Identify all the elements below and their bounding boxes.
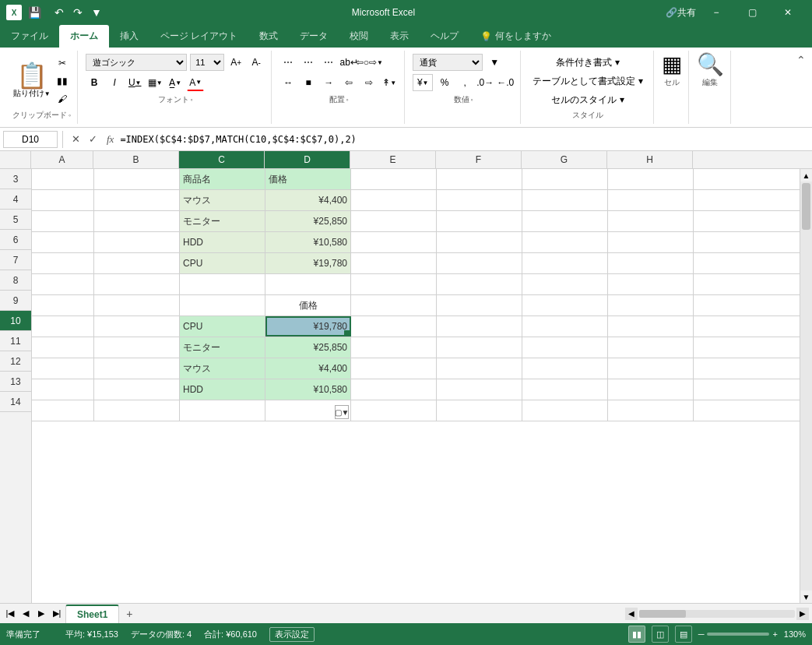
scroll-down-button[interactable]: ▼	[800, 590, 812, 603]
col-header-b[interactable]: B	[93, 151, 179, 168]
cell-d4[interactable]: ¥4,400	[265, 190, 351, 210]
cell-f13[interactable]	[437, 379, 522, 400]
cell-c14[interactable]	[180, 400, 265, 421]
paste-button[interactable]: 📋 貼り付け ▼	[13, 63, 51, 99]
row-header-5[interactable]: 5	[0, 210, 31, 230]
col-header-e[interactable]: E	[350, 151, 436, 168]
cell-b13[interactable]	[94, 379, 180, 400]
cell-e14[interactable]	[351, 400, 437, 421]
cell-e7[interactable]	[351, 253, 437, 273]
cell-c9[interactable]	[180, 295, 265, 315]
cell-a10[interactable]	[32, 316, 94, 337]
zoom-out-button[interactable]: ─	[698, 629, 705, 639]
cell-d13[interactable]: ¥10,580	[265, 379, 351, 400]
cell-b9[interactable]	[94, 295, 180, 315]
ribbon-collapse-btn[interactable]: ⌃	[796, 51, 806, 124]
row-header-11[interactable]: 11	[0, 331, 31, 351]
font-name-select[interactable]: 遊ゴシック	[86, 54, 187, 71]
align-middle-button[interactable]: ⋯	[300, 54, 317, 71]
cell-e12[interactable]	[351, 358, 437, 379]
zoom-in-button[interactable]: +	[772, 629, 777, 639]
cell-e4[interactable]	[351, 190, 437, 210]
cell-g14[interactable]	[522, 400, 608, 421]
col-header-d[interactable]: D	[265, 151, 350, 168]
cell-c13[interactable]: HDD	[180, 379, 265, 400]
conditional-format-button[interactable]: 条件付き書式 ▾	[529, 54, 646, 71]
cell-reference-box[interactable]: D10	[3, 131, 58, 148]
cell-g7[interactable]	[522, 253, 608, 273]
font-color-button[interactable]: A▼	[187, 74, 204, 91]
cell-f4[interactable]	[437, 190, 522, 210]
align-center-button[interactable]: ■	[300, 74, 317, 91]
confirm-formula-button[interactable]: ✓	[85, 132, 100, 147]
cell-a8[interactable]	[32, 274, 94, 294]
font-size-select[interactable]: 11	[190, 54, 224, 71]
cell-f6[interactable]	[437, 232, 522, 252]
h-scroll-track[interactable]	[639, 610, 795, 618]
tab-data[interactable]: データ	[289, 25, 339, 48]
cell-f8[interactable]	[437, 274, 522, 294]
close-button[interactable]: ✕	[770, 0, 806, 25]
row-header-3[interactable]: 3	[0, 169, 31, 189]
cell-a6[interactable]	[32, 232, 94, 252]
cell-f10[interactable]	[437, 316, 522, 337]
cell-e6[interactable]	[351, 232, 437, 252]
redo-button[interactable]: ↷	[70, 5, 86, 20]
align-top-button[interactable]: ⋯	[279, 54, 297, 71]
cell-h14[interactable]	[608, 400, 694, 421]
cell-d14[interactable]: ▢▼	[265, 400, 351, 421]
cell-b5[interactable]	[94, 211, 180, 231]
cell-d5[interactable]: ¥25,850	[265, 211, 351, 231]
align-bottom-button[interactable]: ⋯	[320, 54, 337, 71]
cell-h10[interactable]	[608, 316, 694, 337]
scroll-thumb[interactable]	[802, 183, 810, 230]
alignment-expand-icon[interactable]: ◦	[346, 96, 349, 104]
row-header-14[interactable]: 14	[0, 392, 31, 412]
minimize-button[interactable]: −	[698, 0, 734, 25]
row-header-10[interactable]: 10	[0, 311, 31, 331]
row-header-12[interactable]: 12	[0, 351, 31, 372]
cell-b11[interactable]	[94, 337, 180, 358]
formula-input[interactable]	[120, 134, 809, 145]
cell-f7[interactable]	[437, 253, 522, 273]
tab-formulas[interactable]: 数式	[248, 25, 289, 48]
tab-last-button[interactable]: ▶|	[50, 607, 64, 621]
cell-g10[interactable]	[522, 316, 608, 337]
italic-button[interactable]: I	[106, 74, 123, 91]
row-header-6[interactable]: 6	[0, 230, 31, 250]
cell-e11[interactable]	[351, 337, 437, 358]
col-header-a[interactable]: A	[31, 151, 93, 168]
more-commands-button[interactable]: ▼	[89, 5, 104, 20]
cell-g8[interactable]	[522, 274, 608, 294]
cell-f5[interactable]	[437, 211, 522, 231]
cell-g5[interactable]	[522, 211, 608, 231]
cell-h5[interactable]	[608, 211, 694, 231]
cell-h9[interactable]	[608, 295, 694, 315]
fill-color-button[interactable]: A̲▼	[167, 74, 184, 91]
col-header-c[interactable]: C	[179, 151, 265, 168]
cell-b7[interactable]	[94, 253, 180, 273]
collapse-icon[interactable]: ⌃	[796, 54, 806, 66]
row-header-7[interactable]: 7	[0, 250, 31, 270]
tab-insert[interactable]: 挿入	[109, 25, 149, 48]
tab-page-layout[interactable]: ページ レイアウト	[149, 25, 248, 48]
horizontal-scrollbar[interactable]: ◀ ▶	[625, 608, 809, 620]
cell-b12[interactable]	[94, 358, 180, 379]
cell-d3[interactable]: 価格	[265, 169, 351, 189]
increase-indent-button[interactable]: ⇨	[360, 74, 378, 91]
cell-b6[interactable]	[94, 232, 180, 252]
bold-button[interactable]: B	[86, 74, 103, 91]
tab-help[interactable]: ヘルプ	[420, 25, 469, 48]
scroll-up-button[interactable]: ▲	[800, 169, 812, 182]
paste-options-button[interactable]: ▢▼	[335, 405, 349, 419]
underline-button[interactable]: U▼	[126, 74, 143, 91]
number-expand-icon[interactable]: ◦	[471, 96, 473, 104]
decrease-font-button[interactable]: A-	[248, 54, 265, 71]
cell-e8[interactable]	[351, 274, 437, 294]
cell-c10[interactable]: CPU	[180, 316, 265, 337]
cell-g3[interactable]	[522, 169, 608, 189]
undo-button[interactable]: ↶	[51, 5, 67, 20]
cell-e9[interactable]	[351, 295, 437, 315]
cell-a11[interactable]	[32, 337, 94, 358]
cell-d7[interactable]: ¥19,780	[265, 253, 351, 273]
